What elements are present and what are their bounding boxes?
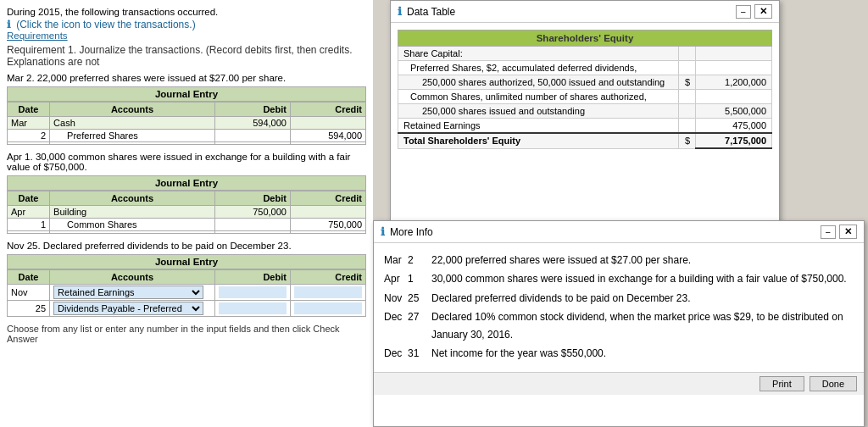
table-row (8, 142, 366, 145)
transaction-date: Mar2 (384, 252, 426, 269)
more-info-done-button[interactable]: Done (810, 376, 857, 391)
table-row: 250,000 shares authorized, 50,000 issued… (398, 75, 772, 90)
col-accounts-2: Accounts (50, 191, 215, 206)
list-item: Apr130,000 common shares were issued in … (384, 270, 854, 287)
data-table-title: Data Table (407, 6, 455, 18)
col-debit-2: Debit (214, 191, 290, 206)
entry3-debit1-input[interactable] (219, 286, 287, 298)
table-row: Total Shareholders' Equity$7,175,000 (398, 133, 772, 148)
data-table-content: Shareholders' Equity Share Capital:Prefe… (391, 23, 779, 225)
more-info-window-icon: ℹ (381, 225, 385, 238)
transaction-text: Net income for the year was $550,000. (431, 345, 606, 362)
more-info-window: ℹ More Info − ✕ Mar222,000 preferred sha… (373, 220, 865, 427)
journal-table-3: Date Accounts Debit Credit Nov Retained … (7, 269, 366, 317)
more-info-print-button[interactable]: Print (760, 376, 804, 391)
col-debit-1: Debit (214, 103, 290, 117)
table-row: Common Shares, unlimited number of share… (398, 90, 772, 104)
date-month: Nov (384, 290, 404, 307)
col-date-2: Date (8, 191, 50, 206)
data-table-close-button[interactable]: ✕ (754, 4, 772, 19)
entry3-account1-select[interactable]: Retained Earnings (53, 286, 203, 299)
equity-label: 250,000 shares authorized, 50,000 issued… (398, 75, 679, 90)
transaction-date: Apr1 (384, 270, 426, 287)
entry3-debit2[interactable] (214, 301, 290, 317)
entry3-account2-select[interactable]: Dividends Payable - Preferred (53, 302, 203, 315)
equity-label: Common Shares, unlimited number of share… (398, 90, 679, 104)
table-row: Share Capital: (398, 47, 772, 61)
table-row: 250,000 shares issued and outstanding5,5… (398, 104, 772, 119)
equity-table-header: Shareholders' Equity (398, 30, 772, 47)
equity-table: Shareholders' Equity Share Capital:Prefe… (398, 30, 772, 149)
info-icon: ℹ (7, 19, 11, 30)
entry3-debit1[interactable] (214, 285, 290, 301)
transaction-text: 22,000 preferred shares were issued at $… (431, 252, 691, 269)
equity-value: 5,500,000 (696, 104, 772, 119)
entry3-credit2-input[interactable] (294, 302, 362, 314)
entry3-credit1[interactable] (290, 285, 365, 301)
entry1-credit1 (290, 117, 365, 130)
table-row: Retained Earnings475,000 (398, 119, 772, 134)
equity-value (696, 47, 772, 61)
entry1-credit2: 594,000 (290, 130, 365, 142)
date-month: Dec (384, 308, 404, 343)
entry1-debit2 (214, 130, 290, 142)
entry2-account1: Building (50, 206, 215, 219)
entry1-debit1: 594,000 (214, 117, 290, 130)
table-row: Preferred Shares, $2, accumulated deferr… (398, 61, 772, 75)
entry3-account2[interactable]: Dividends Payable - Preferred (50, 301, 215, 317)
date-day: 25 (408, 290, 421, 307)
entry3-day: 25 (8, 301, 50, 317)
table-row: 1 Common Shares 750,000 (8, 219, 366, 231)
equity-value: 7,175,000 (696, 133, 772, 148)
requirements-link[interactable]: Requirements (7, 30, 366, 41)
journal-title-3: Journal Entry (7, 254, 366, 269)
info-window-icon: ℹ (398, 5, 402, 18)
entry2-day: 1 (8, 219, 50, 231)
col-credit-1: Credit (290, 103, 365, 117)
col-accounts-3: Accounts (50, 270, 215, 285)
col-credit-3: Credit (290, 270, 365, 285)
more-info-minimize-button[interactable]: − (821, 225, 836, 239)
entry3-month: Nov (8, 285, 50, 301)
col-debit-3: Debit (214, 270, 290, 285)
equity-dollar (679, 104, 696, 119)
bottom-note: Choose from any list or enter any number… (7, 324, 366, 344)
transaction-date: Nov25 (384, 290, 426, 307)
transaction-desc-2: Apr 1. 30,000 common shares were issued … (7, 152, 366, 172)
entry1-month: Mar (8, 117, 50, 130)
entry2-month: Apr (8, 206, 50, 219)
more-info-titlebar: ℹ More Info − ✕ (374, 221, 864, 243)
more-info-title: More Info (390, 226, 433, 238)
journal-table-1: Date Accounts Debit Credit Mar Cash 594,… (7, 102, 366, 145)
col-accounts-1: Accounts (50, 103, 215, 117)
equity-value (696, 61, 772, 75)
more-info-close-button[interactable]: ✕ (839, 225, 857, 239)
transaction-date: Dec27 (384, 308, 426, 343)
entry3-debit2-input[interactable] (219, 302, 287, 314)
main-content: During 2015, the following transactions … (0, 0, 373, 427)
transaction-text: Declared 10% common stock dividend, when… (431, 308, 854, 343)
data-table-minimize-button[interactable]: − (736, 5, 751, 19)
entry2-debit2 (214, 219, 290, 231)
list-item: Mar222,000 preferred shares were issued … (384, 252, 854, 269)
equity-label: Preferred Shares, $2, accumulated deferr… (398, 61, 679, 75)
equity-value: 475,000 (696, 119, 772, 134)
transaction-text: Declared preferred dividends to be paid … (431, 290, 691, 307)
table-row (8, 231, 366, 234)
equity-label: Share Capital: (398, 47, 679, 61)
table-row: Nov Retained Earnings (8, 285, 366, 301)
table-row: 2 Preferred Shares 594,000 (8, 130, 366, 142)
equity-dollar: $ (679, 75, 696, 90)
entry3-credit2[interactable] (290, 301, 365, 317)
date-day: 2 (408, 252, 421, 269)
list-item: Dec31Net income for the year was $550,00… (384, 345, 854, 362)
table-row: Apr Building 750,000 (8, 206, 366, 219)
info-link: ℹ (Click the icon to view the transactio… (7, 19, 366, 30)
entry3-credit1-input[interactable] (294, 286, 362, 298)
data-table-titlebar: ℹ Data Table − ✕ (391, 1, 779, 23)
entry3-account1[interactable]: Retained Earnings (50, 285, 215, 301)
more-info-content: Mar222,000 preferred shares were issued … (374, 243, 864, 372)
table-row: 25 Dividends Payable - Preferred (8, 301, 366, 317)
transaction-date: Dec31 (384, 345, 426, 362)
equity-dollar (679, 119, 696, 134)
